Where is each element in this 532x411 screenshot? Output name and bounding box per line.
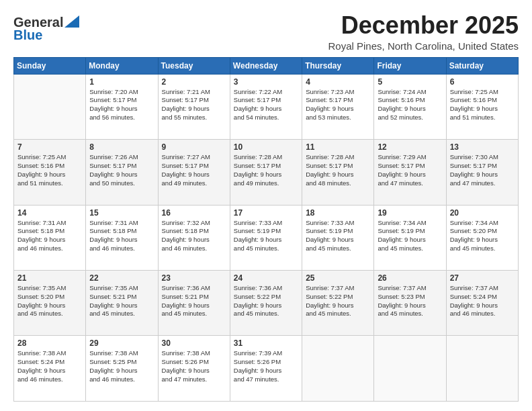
table-row: 14Sunrise: 7:31 AM Sunset: 5:18 PM Dayli… — [14, 205, 86, 270]
table-row — [446, 336, 518, 402]
table-row: 31Sunrise: 7:39 AM Sunset: 5:26 PM Dayli… — [230, 336, 302, 402]
table-row: 1Sunrise: 7:20 AM Sunset: 5:17 PM Daylig… — [86, 74, 158, 139]
day-number: 10 — [234, 142, 298, 152]
table-row: 17Sunrise: 7:33 AM Sunset: 5:19 PM Dayli… — [230, 205, 302, 270]
cell-info: Sunrise: 7:25 AM Sunset: 5:16 PM Dayligh… — [17, 153, 82, 187]
col-saturday: Saturday — [446, 57, 518, 74]
table-row: 20Sunrise: 7:34 AM Sunset: 5:20 PM Dayli… — [446, 205, 518, 270]
day-number: 2 — [162, 77, 226, 87]
day-number: 28 — [17, 338, 82, 348]
cell-info: Sunrise: 7:37 AM Sunset: 5:22 PM Dayligh… — [306, 284, 370, 318]
logo: General Blue — [13, 12, 79, 43]
table-row: 30Sunrise: 7:38 AM Sunset: 5:26 PM Dayli… — [158, 336, 230, 402]
day-number: 26 — [378, 273, 442, 283]
header: General Blue December 2025 Royal Pines, … — [13, 12, 519, 52]
table-row: 6Sunrise: 7:25 AM Sunset: 5:16 PM Daylig… — [446, 74, 518, 139]
table-row — [374, 336, 446, 402]
day-number: 19 — [378, 208, 442, 218]
day-number: 24 — [234, 273, 298, 283]
table-row: 18Sunrise: 7:33 AM Sunset: 5:19 PM Dayli… — [302, 205, 374, 270]
table-row: 4Sunrise: 7:23 AM Sunset: 5:17 PM Daylig… — [302, 74, 374, 139]
day-number: 30 — [162, 338, 226, 348]
col-friday: Friday — [374, 57, 446, 74]
day-number: 18 — [306, 208, 370, 218]
cell-info: Sunrise: 7:27 AM Sunset: 5:17 PM Dayligh… — [162, 153, 226, 187]
day-number: 20 — [450, 208, 515, 218]
calendar-table: Sunday Monday Tuesday Wednesday Thursday… — [13, 57, 519, 402]
location: Royal Pines, North Carolina, United Stat… — [328, 40, 519, 52]
cell-info: Sunrise: 7:38 AM Sunset: 5:25 PM Dayligh… — [89, 349, 154, 383]
calendar-week-row: 7Sunrise: 7:25 AM Sunset: 5:16 PM Daylig… — [14, 140, 519, 205]
table-row: 27Sunrise: 7:37 AM Sunset: 5:24 PM Dayli… — [446, 271, 518, 336]
cell-info: Sunrise: 7:26 AM Sunset: 5:17 PM Dayligh… — [89, 153, 154, 187]
day-number: 31 — [234, 338, 298, 348]
cell-info: Sunrise: 7:33 AM Sunset: 5:19 PM Dayligh… — [306, 219, 370, 253]
cell-info: Sunrise: 7:28 AM Sunset: 5:17 PM Dayligh… — [306, 153, 370, 187]
day-number: 17 — [234, 208, 298, 218]
day-number: 16 — [162, 208, 226, 218]
logo-blue: Blue — [13, 28, 42, 43]
cell-info: Sunrise: 7:35 AM Sunset: 5:21 PM Dayligh… — [89, 284, 154, 318]
table-row: 5Sunrise: 7:24 AM Sunset: 5:16 PM Daylig… — [374, 74, 446, 139]
table-row: 21Sunrise: 7:35 AM Sunset: 5:20 PM Dayli… — [14, 271, 86, 336]
cell-info: Sunrise: 7:36 AM Sunset: 5:21 PM Dayligh… — [162, 284, 226, 318]
day-number: 15 — [89, 208, 154, 218]
cell-info: Sunrise: 7:23 AM Sunset: 5:17 PM Dayligh… — [306, 88, 370, 122]
table-row: 12Sunrise: 7:29 AM Sunset: 5:17 PM Dayli… — [374, 140, 446, 205]
day-number: 14 — [17, 208, 82, 218]
table-row: 15Sunrise: 7:31 AM Sunset: 5:18 PM Dayli… — [86, 205, 158, 270]
table-row: 28Sunrise: 7:38 AM Sunset: 5:24 PM Dayli… — [14, 336, 86, 402]
cell-info: Sunrise: 7:25 AM Sunset: 5:16 PM Dayligh… — [450, 88, 515, 122]
table-row: 9Sunrise: 7:27 AM Sunset: 5:17 PM Daylig… — [158, 140, 230, 205]
day-number: 11 — [306, 142, 370, 152]
title-block: December 2025 Royal Pines, North Carolin… — [328, 12, 519, 52]
table-row: 23Sunrise: 7:36 AM Sunset: 5:21 PM Dayli… — [158, 271, 230, 336]
cell-info: Sunrise: 7:20 AM Sunset: 5:17 PM Dayligh… — [89, 88, 154, 122]
day-number: 13 — [450, 142, 515, 152]
col-tuesday: Tuesday — [158, 57, 230, 74]
col-wednesday: Wednesday — [230, 57, 302, 74]
day-number: 23 — [162, 273, 226, 283]
logo-arrow-icon — [64, 15, 79, 28]
calendar-week-row: 1Sunrise: 7:20 AM Sunset: 5:17 PM Daylig… — [14, 74, 519, 139]
cell-info: Sunrise: 7:21 AM Sunset: 5:17 PM Dayligh… — [162, 88, 226, 122]
table-row: 29Sunrise: 7:38 AM Sunset: 5:25 PM Dayli… — [86, 336, 158, 402]
table-row: 10Sunrise: 7:28 AM Sunset: 5:17 PM Dayli… — [230, 140, 302, 205]
day-number: 9 — [162, 142, 226, 152]
day-number: 8 — [89, 142, 154, 152]
day-number: 25 — [306, 273, 370, 283]
day-number: 22 — [89, 273, 154, 283]
cell-info: Sunrise: 7:39 AM Sunset: 5:26 PM Dayligh… — [234, 349, 298, 383]
svg-marker-0 — [64, 15, 79, 28]
cell-info: Sunrise: 7:35 AM Sunset: 5:20 PM Dayligh… — [17, 284, 82, 318]
table-row: 13Sunrise: 7:30 AM Sunset: 5:17 PM Dayli… — [446, 140, 518, 205]
col-sunday: Sunday — [14, 57, 86, 74]
calendar-week-row: 14Sunrise: 7:31 AM Sunset: 5:18 PM Dayli… — [14, 205, 519, 270]
day-number: 7 — [17, 142, 82, 152]
day-number: 29 — [89, 338, 154, 348]
table-row — [302, 336, 374, 402]
col-monday: Monday — [86, 57, 158, 74]
table-row: 11Sunrise: 7:28 AM Sunset: 5:17 PM Dayli… — [302, 140, 374, 205]
day-number: 4 — [306, 77, 370, 87]
cell-info: Sunrise: 7:31 AM Sunset: 5:18 PM Dayligh… — [17, 219, 82, 253]
day-number: 3 — [234, 77, 298, 87]
cell-info: Sunrise: 7:38 AM Sunset: 5:26 PM Dayligh… — [162, 349, 226, 383]
cell-info: Sunrise: 7:34 AM Sunset: 5:20 PM Dayligh… — [450, 219, 515, 253]
month-year: December 2025 — [328, 12, 519, 39]
cell-info: Sunrise: 7:24 AM Sunset: 5:16 PM Dayligh… — [378, 88, 442, 122]
day-number: 6 — [450, 77, 515, 87]
table-row: 19Sunrise: 7:34 AM Sunset: 5:19 PM Dayli… — [374, 205, 446, 270]
table-row: 25Sunrise: 7:37 AM Sunset: 5:22 PM Dayli… — [302, 271, 374, 336]
cell-info: Sunrise: 7:37 AM Sunset: 5:23 PM Dayligh… — [378, 284, 442, 318]
page: General Blue December 2025 Royal Pines, … — [0, 0, 532, 411]
day-number: 21 — [17, 273, 82, 283]
cell-info: Sunrise: 7:33 AM Sunset: 5:19 PM Dayligh… — [234, 219, 298, 253]
cell-info: Sunrise: 7:29 AM Sunset: 5:17 PM Dayligh… — [378, 153, 442, 187]
calendar-week-row: 21Sunrise: 7:35 AM Sunset: 5:20 PM Dayli… — [14, 271, 519, 336]
cell-info: Sunrise: 7:37 AM Sunset: 5:24 PM Dayligh… — [450, 284, 515, 318]
day-number: 12 — [378, 142, 442, 152]
table-row: 24Sunrise: 7:36 AM Sunset: 5:22 PM Dayli… — [230, 271, 302, 336]
table-row: 22Sunrise: 7:35 AM Sunset: 5:21 PM Dayli… — [86, 271, 158, 336]
col-thursday: Thursday — [302, 57, 374, 74]
